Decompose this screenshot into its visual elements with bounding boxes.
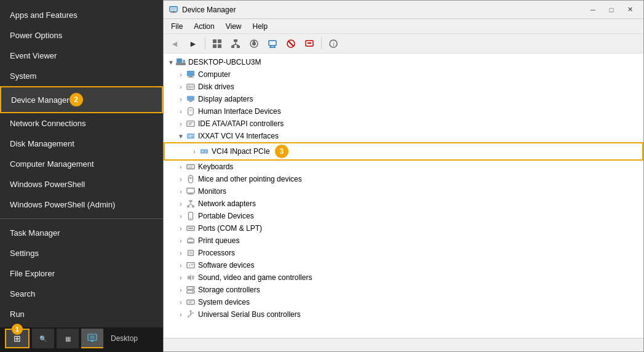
menu-action[interactable]: Action: [189, 21, 219, 32]
svg-rect-80: [189, 251, 192, 254]
tree-item-system-devices[interactable]: › System devices: [164, 296, 643, 308]
tree-item-ixxat[interactable]: ▼ IXXAT VCI V4 Interfaces: [164, 130, 643, 142]
expand-ports[interactable]: ›: [176, 223, 186, 233]
label-display-adapters: Display adapters: [198, 95, 253, 103]
tree-item-mice[interactable]: › Mice and other pointing devices: [164, 173, 643, 185]
expand-usb[interactable]: ›: [176, 310, 186, 319]
toolbar-show-devices-connection[interactable]: [227, 36, 244, 52]
expand-computer[interactable]: ›: [176, 70, 186, 79]
taskbar-device-manager[interactable]: [81, 329, 103, 348]
svg-rect-1: [90, 335, 95, 339]
svg-rect-7: [213, 39, 217, 43]
tree-item-keyboards[interactable]: › Keyboards: [164, 161, 643, 173]
expand-keyboards[interactable]: ›: [176, 162, 186, 172]
tree-item-processors[interactable]: › Processors: [164, 247, 643, 259]
svg-rect-66: [192, 206, 194, 208]
sidebar-item-settings[interactable]: Settings: [0, 243, 163, 263]
start-button[interactable]: ⊞ 1: [5, 329, 30, 348]
expand-mice[interactable]: ›: [176, 174, 186, 184]
label-print-queues: Print queues: [198, 236, 239, 245]
badge-3: 3: [275, 145, 288, 158]
svg-rect-52: [205, 150, 207, 153]
expand-portable-devices[interactable]: ›: [176, 211, 186, 221]
menu-view[interactable]: View: [221, 21, 247, 32]
sidebar-item-power-options[interactable]: Power Options: [0, 25, 163, 46]
toolbar-back[interactable]: ◄: [166, 36, 183, 52]
tree-item-human-interface[interactable]: › Human Interface Devices: [164, 105, 643, 118]
tree-root[interactable]: ▼ DESKTOP-UBCLU3M: [164, 56, 643, 68]
maximize-button[interactable]: □: [603, 4, 620, 16]
toolbar-show-devices-type[interactable]: [209, 36, 226, 52]
tree-item-disk-drives[interactable]: › Disk drives: [164, 81, 643, 93]
menu-item-label: Search: [10, 289, 35, 298]
expand-network-adapters[interactable]: ›: [176, 199, 186, 209]
sidebar-item-task-manager[interactable]: Task Manager: [0, 223, 163, 243]
sidebar-item-apps-features[interactable]: Apps and Features: [0, 5, 163, 25]
sidebar-item-file-explorer[interactable]: File Explorer: [0, 263, 163, 284]
expand-processors[interactable]: ›: [176, 248, 186, 258]
tree-item-print-queues[interactable]: › Print queues: [164, 234, 643, 247]
tree-item-software-devices[interactable]: › Software devices: [164, 259, 643, 271]
system-icon: [186, 297, 196, 307]
toolbar-update-driver[interactable]: [264, 36, 281, 52]
sidebar-item-computer-management[interactable]: Computer Management: [0, 154, 163, 174]
expand-monitors[interactable]: ›: [176, 186, 186, 196]
tree-item-network-adapters[interactable]: › Network adapters: [164, 198, 643, 210]
taskbar-search[interactable]: 🔍: [32, 329, 54, 348]
sidebar-item-system[interactable]: System: [0, 66, 163, 86]
taskbar-apps[interactable]: ▦: [57, 329, 79, 348]
expand-system-devices[interactable]: ›: [176, 297, 186, 307]
tree-item-vci4-inpact[interactable]: › VCI4 INpact PCIe 3: [164, 142, 643, 161]
svg-rect-47: [187, 134, 194, 139]
sidebar-item-event-viewer[interactable]: Event Viewer: [0, 46, 163, 66]
tree-item-display-adapters[interactable]: › Display adapters: [164, 93, 643, 105]
svg-marker-84: [188, 274, 191, 281]
tree-item-sound-video[interactable]: › Sound, video and game controllers: [164, 271, 643, 284]
badge-1: 1: [12, 324, 23, 335]
window-title: Device Manager: [182, 6, 584, 14]
expand-sound-video[interactable]: ›: [176, 273, 186, 282]
sidebar-item-windows-powershell-admin[interactable]: Windows PowerShell (Admin): [0, 194, 163, 215]
expand-root[interactable]: ▼: [166, 57, 176, 67]
menu-divider-1: [0, 218, 163, 219]
window-toolbar: ◄ ► i: [164, 34, 643, 54]
expand-print-queues[interactable]: ›: [176, 236, 186, 246]
expand-human-interface[interactable]: ›: [176, 106, 186, 116]
disk-icon: [186, 82, 196, 92]
menu-items-list: Apps and Features Power Options Event Vi…: [0, 0, 163, 352]
tree-root-label: DESKTOP-UBCLU3M: [188, 58, 261, 66]
tree-item-ports[interactable]: › Ports (COM & LPT): [164, 222, 643, 234]
expand-ide-ata[interactable]: ›: [176, 119, 186, 129]
tree-item-ide-ata[interactable]: › IDE ATA/ATAPI controllers: [164, 118, 643, 130]
toolbar-scan-changes[interactable]: [245, 36, 263, 52]
expand-disk-drives[interactable]: ›: [176, 82, 186, 92]
minimize-button[interactable]: ─: [584, 4, 602, 16]
expand-software-devices[interactable]: ›: [176, 260, 186, 270]
sidebar-item-windows-powershell[interactable]: Windows PowerShell: [0, 174, 163, 194]
sidebar-item-run[interactable]: Run: [0, 304, 163, 324]
svg-point-37: [191, 86, 194, 88]
sidebar-item-network-connections[interactable]: Network Connections: [0, 113, 163, 134]
sidebar-item-search[interactable]: Search: [0, 284, 163, 304]
sidebar-item-device-manager[interactable]: Device Manager 2: [0, 86, 163, 113]
toolbar-disable-device[interactable]: [282, 36, 300, 52]
tree-item-usb[interactable]: › Universal Serial Bus controllers: [164, 308, 643, 321]
close-button[interactable]: ✕: [621, 4, 638, 16]
svg-line-16: [236, 44, 239, 46]
toolbar-properties[interactable]: i: [325, 36, 342, 52]
svg-point-18: [252, 42, 256, 46]
tree-item-computer[interactable]: › Computer: [164, 68, 643, 81]
expand-vci4[interactable]: ›: [189, 146, 199, 156]
tree-item-storage-controllers[interactable]: › Storage controllers: [164, 284, 643, 296]
tree-item-portable-devices[interactable]: › Portable Devices: [164, 210, 643, 222]
tree-item-monitors[interactable]: › Monitors: [164, 185, 643, 198]
toolbar-forward[interactable]: ►: [185, 36, 202, 52]
menu-file[interactable]: File: [166, 21, 188, 32]
expand-storage-controllers[interactable]: ›: [176, 285, 186, 295]
sidebar-item-disk-management[interactable]: Disk Management: [0, 134, 163, 154]
expand-ixxat[interactable]: ▼: [176, 131, 186, 141]
expand-display-adapters[interactable]: ›: [176, 94, 186, 104]
menu-help[interactable]: Help: [248, 21, 273, 32]
toolbar-uninstall-device[interactable]: [301, 36, 318, 52]
label-ide-ata: IDE ATA/ATAPI controllers: [198, 119, 284, 128]
